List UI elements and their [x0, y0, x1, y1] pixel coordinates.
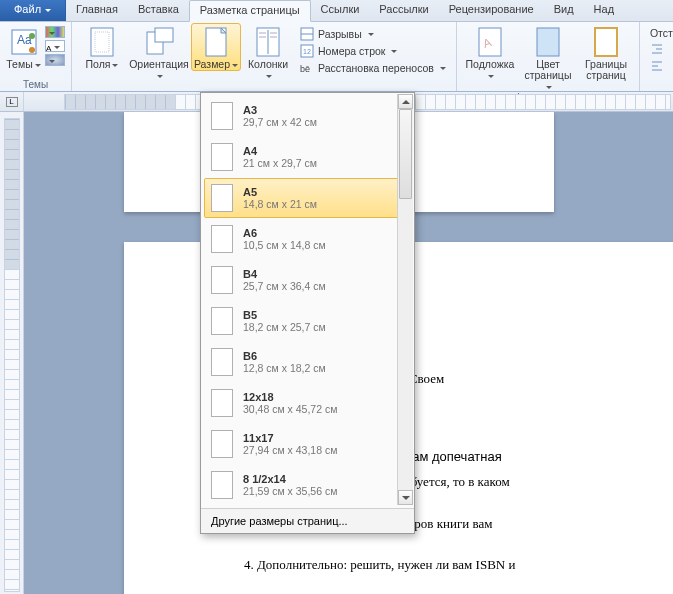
tab-file[interactable]: Файл: [0, 0, 66, 21]
columns-icon: [252, 26, 284, 58]
page-borders-button[interactable]: Границы страниц: [579, 24, 633, 81]
doc-line-5: 4. Дополнительно: решить, нужен ли вам I…: [244, 556, 654, 574]
size-label: Размер: [194, 59, 238, 70]
group-themes: Aa Темы A Темы: [0, 22, 72, 91]
size-name: A6: [243, 227, 326, 239]
tab-view[interactable]: Вид: [544, 0, 584, 21]
theme-effects-button[interactable]: [45, 54, 65, 66]
themes-icon: Aa: [8, 26, 40, 58]
size-name: B6: [243, 350, 326, 362]
size-list: A329,7 см x 42 смA421 см x 29,7 смA514,8…: [201, 93, 414, 508]
themes-button[interactable]: Aa Темы: [6, 24, 41, 70]
page-size-dropdown: A329,7 см x 42 смA421 см x 29,7 смA514,8…: [200, 92, 415, 534]
theme-colors-button[interactable]: [45, 26, 65, 38]
size-option-12x18[interactable]: 12x1830,48 см x 45,72 см: [204, 383, 411, 423]
orientation-button[interactable]: Ориентация: [130, 24, 188, 81]
indent-right-icon: [650, 59, 664, 73]
tab-page-layout[interactable]: Разметка страницы: [189, 0, 311, 22]
size-option-b5[interactable]: B518,2 см x 25,7 см: [204, 301, 411, 341]
size-icon: [200, 26, 232, 58]
svg-point-2: [29, 47, 35, 53]
size-option-812x14[interactable]: 8 1/2x1421,59 см x 35,56 см: [204, 465, 411, 505]
tab-references[interactable]: Ссылки: [311, 0, 370, 21]
line-numbers-icon: 12: [300, 44, 314, 58]
size-name: A4: [243, 145, 317, 157]
page-color-button[interactable]: Цвет страницы: [521, 24, 575, 92]
chevron-up-icon: [402, 96, 410, 104]
orientation-icon: [143, 26, 175, 58]
more-page-sizes[interactable]: Другие размеры страниц...: [201, 508, 414, 533]
tab-review[interactable]: Рецензирование: [439, 0, 544, 21]
size-name: 8 1/2x14: [243, 473, 337, 485]
tab-mailings[interactable]: Рассылки: [369, 0, 438, 21]
size-dimensions: 25,7 см x 36,4 см: [243, 280, 326, 292]
page-icon: [211, 184, 233, 212]
watermark-label: Подложка: [463, 59, 517, 81]
scroll-track[interactable]: [398, 109, 413, 490]
page-icon: [211, 143, 233, 171]
scroll-thumb[interactable]: [399, 109, 412, 199]
indent-left-label: Отст: [646, 26, 673, 40]
size-name: B4: [243, 268, 326, 280]
page-color-label: Цвет страницы: [521, 59, 575, 92]
indent-left-field[interactable]: [646, 41, 673, 57]
tab-selector[interactable]: L: [0, 92, 24, 111]
line-numbers-button[interactable]: 12 Номера строк: [296, 43, 450, 59]
theme-fonts-button[interactable]: A: [45, 40, 65, 52]
scroll-up-button[interactable]: [398, 94, 413, 109]
hyphenation-icon: bē: [300, 61, 314, 75]
size-name: A3: [243, 104, 317, 116]
size-option-a6[interactable]: A610,5 см x 14,8 см: [204, 219, 411, 259]
orientation-label: Ориентация: [129, 59, 189, 81]
size-name: 11x17: [243, 432, 337, 444]
size-dimensions: 10,5 см x 14,8 см: [243, 239, 326, 251]
size-option-11x17[interactable]: 11x1727,94 см x 43,18 см: [204, 424, 411, 464]
line-numbers-label: Номера строк: [318, 45, 385, 57]
indent-right-field[interactable]: [646, 58, 673, 74]
chevron-down-icon: [402, 496, 410, 504]
columns-button[interactable]: Колонки: [244, 24, 292, 81]
watermark-icon: A: [474, 26, 506, 58]
breaks-icon: [300, 27, 314, 41]
size-option-b4[interactable]: B425,7 см x 36,4 см: [204, 260, 411, 300]
ribbon-tabs: Файл Главная Вставка Разметка страницы С…: [0, 0, 673, 22]
size-dimensions: 12,8 см x 18,2 см: [243, 362, 326, 374]
size-dimensions: 30,48 см x 45,72 см: [243, 403, 337, 415]
page-icon: [211, 471, 233, 499]
size-dimensions: 29,7 см x 42 см: [243, 116, 317, 128]
hyphenation-button[interactable]: bē Расстановка переносов: [296, 60, 450, 76]
page-icon: [211, 430, 233, 458]
page-icon: [211, 266, 233, 294]
size-dimensions: 21 см x 29,7 см: [243, 157, 317, 169]
svg-point-3: [29, 33, 35, 39]
size-option-a5[interactable]: A514,8 см x 21 см: [204, 178, 411, 218]
margins-icon: [86, 26, 118, 58]
margins-button[interactable]: Поля: [78, 24, 126, 70]
svg-rect-7: [155, 28, 173, 42]
tab-addins[interactable]: Над: [584, 0, 624, 21]
page-icon: [211, 307, 233, 335]
size-name: A5: [243, 186, 317, 198]
scroll-down-button[interactable]: [398, 490, 413, 505]
breaks-button[interactable]: Разрывы: [296, 26, 450, 42]
size-option-a3[interactable]: A329,7 см x 42 см: [204, 96, 411, 136]
size-button[interactable]: Размер: [191, 23, 241, 71]
breaks-label: Разрывы: [318, 28, 362, 40]
svg-rect-23: [595, 28, 617, 56]
tab-home[interactable]: Главная: [66, 0, 128, 21]
vertical-ruler[interactable]: [4, 118, 20, 592]
watermark-button[interactable]: A Подложка: [463, 24, 517, 81]
tab-insert[interactable]: Вставка: [128, 0, 189, 21]
size-option-b6[interactable]: B612,8 см x 18,2 см: [204, 342, 411, 382]
size-option-a4[interactable]: A421 см x 29,7 см: [204, 137, 411, 177]
page-icon: [211, 225, 233, 253]
svg-text:bē: bē: [300, 64, 310, 74]
margins-label: Поля: [86, 59, 119, 70]
page-icon: [211, 102, 233, 130]
size-name: B5: [243, 309, 326, 321]
group-themes-label: Темы: [6, 79, 65, 91]
dropdown-scrollbar: [397, 94, 413, 505]
page-icon: [211, 389, 233, 417]
page-borders-icon: [590, 26, 622, 58]
page-icon: [211, 348, 233, 376]
